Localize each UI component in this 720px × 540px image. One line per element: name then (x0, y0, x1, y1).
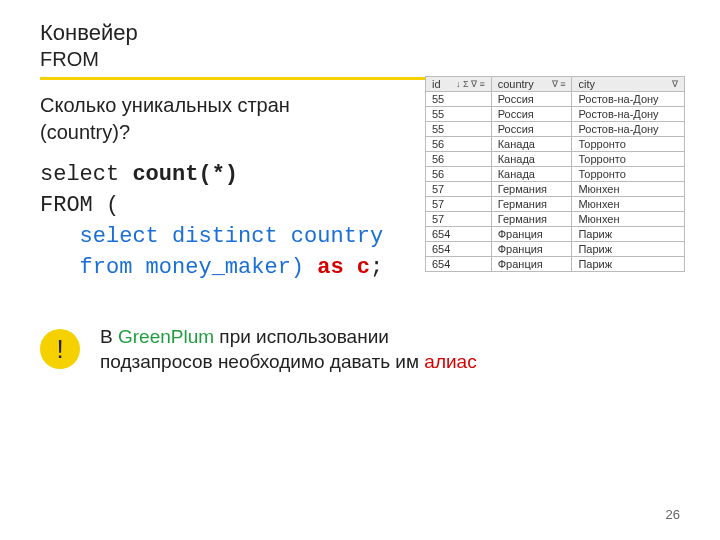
cell-country: Франция (491, 242, 572, 257)
page-number: 26 (666, 507, 680, 522)
slide-title-block: Конвейер FROM (40, 20, 680, 71)
question-line1: Сколько уникальных стран (40, 94, 290, 116)
table-row: 56КанадаТорронто (426, 137, 685, 152)
cell-id: 654 (426, 242, 492, 257)
col-id-header: id ↓ Σ ∇ ≡ (426, 77, 492, 92)
table-row: 56КанадаТорронто (426, 152, 685, 167)
col-country-symbols: ∇ ≡ (552, 79, 566, 89)
cell-city: Париж (572, 257, 685, 272)
cell-country: Канада (491, 152, 572, 167)
cell-city: Мюнхен (572, 212, 685, 227)
cell-city: Торронто (572, 167, 685, 182)
col-city-symbols: ∇ (672, 79, 678, 89)
cell-country: Германия (491, 182, 572, 197)
table-row: 654ФранцияПариж (426, 257, 685, 272)
sql-l4b: as c (317, 255, 370, 280)
cell-id: 55 (426, 122, 492, 137)
cell-country: Канада (491, 167, 572, 182)
title-line1: Конвейер (40, 20, 680, 46)
note-red: алиас (424, 351, 476, 372)
table-row: 654ФранцияПариж (426, 242, 685, 257)
note-p1: В (100, 326, 118, 347)
col-id-label: id (432, 78, 441, 90)
sql-l4a: from money_maker) (40, 255, 317, 280)
table-row: 57ГерманияМюнхен (426, 212, 685, 227)
cell-country: Россия (491, 107, 572, 122)
col-country-label: country (498, 78, 534, 90)
cell-id: 56 (426, 167, 492, 182)
table-row: 55РоссияРостов-на-Дону (426, 122, 685, 137)
cell-city: Париж (572, 227, 685, 242)
cell-country: Россия (491, 122, 572, 137)
sql-l2: FROM ( (40, 193, 119, 218)
cell-country: Германия (491, 197, 572, 212)
cell-country: Франция (491, 257, 572, 272)
col-country-header: country ∇ ≡ (491, 77, 572, 92)
cell-id: 55 (426, 92, 492, 107)
cell-city: Торронто (572, 152, 685, 167)
sql-l1b: count(*) (132, 162, 238, 187)
cell-city: Торронто (572, 137, 685, 152)
cell-id: 57 (426, 182, 492, 197)
cell-id: 654 (426, 227, 492, 242)
sql-l4c: ; (370, 255, 383, 280)
cell-city: Ростов-на-Дону (572, 92, 685, 107)
sample-table: id ↓ Σ ∇ ≡ country ∇ ≡ city ∇ (425, 76, 685, 272)
cell-id: 57 (426, 197, 492, 212)
col-id-symbols: ↓ Σ ∇ ≡ (456, 79, 485, 89)
note-text: В GreenPlum при использовании подзапросо… (100, 324, 480, 375)
attention-icon: ! (40, 329, 80, 369)
sql-l1a: select (40, 162, 132, 187)
cell-city: Ростов-на-Дону (572, 122, 685, 137)
cell-country: Франция (491, 227, 572, 242)
cell-city: Мюнхен (572, 197, 685, 212)
col-city-label: city (578, 78, 595, 90)
cell-country: Канада (491, 137, 572, 152)
cell-city: Ростов-на-Дону (572, 107, 685, 122)
note-row: ! В GreenPlum при использовании подзапро… (40, 324, 680, 375)
cell-id: 55 (426, 107, 492, 122)
cell-city: Мюнхен (572, 182, 685, 197)
table-row: 55РоссияРостов-на-Дону (426, 92, 685, 107)
table-row: 57ГерманияМюнхен (426, 182, 685, 197)
cell-id: 654 (426, 257, 492, 272)
table-row: 654ФранцияПариж (426, 227, 685, 242)
title-line2: FROM (40, 48, 680, 71)
sql-code-block: select count(*) FROM ( select distinct c… (40, 160, 420, 283)
cell-id: 56 (426, 137, 492, 152)
cell-country: Германия (491, 212, 572, 227)
table-row: 57ГерманияМюнхен (426, 197, 685, 212)
cell-id: 56 (426, 152, 492, 167)
sql-l3: select distinct country (40, 224, 383, 249)
table-row: 56КанадаТорронто (426, 167, 685, 182)
table-row: 55РоссияРостов-на-Дону (426, 107, 685, 122)
note-green: GreenPlum (118, 326, 214, 347)
question-line2: (country)? (40, 121, 130, 143)
cell-id: 57 (426, 212, 492, 227)
col-city-header: city ∇ (572, 77, 685, 92)
cell-country: Россия (491, 92, 572, 107)
cell-city: Париж (572, 242, 685, 257)
question-text: Сколько уникальных стран (country)? (40, 92, 380, 146)
